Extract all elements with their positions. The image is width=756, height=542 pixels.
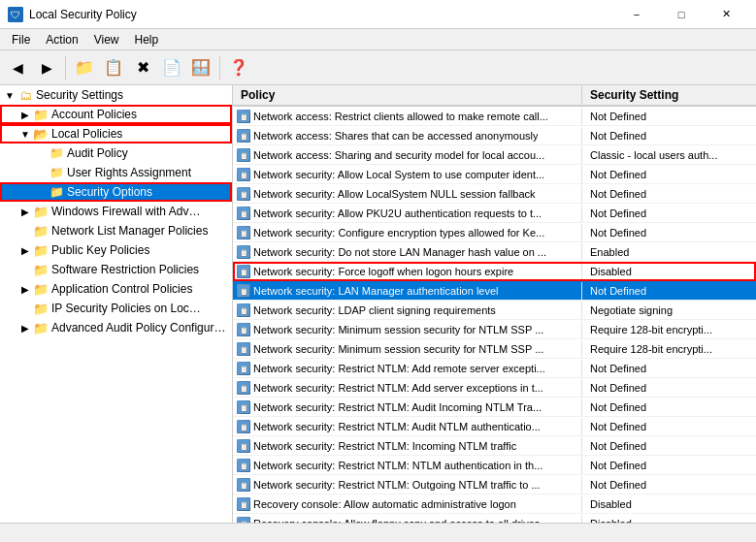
- expand-icon-app-control: ▶: [17, 281, 33, 297]
- back-button[interactable]: ◀: [4, 54, 31, 81]
- forward-button[interactable]: ▶: [33, 54, 60, 81]
- setting-cell: Not Defined: [582, 361, 756, 376]
- table-row[interactable]: 📋Network security: Restrict NTLM: Audit …: [233, 417, 756, 436]
- setting-cell: Not Defined: [582, 206, 756, 221]
- table-row[interactable]: 📋Recovery console: Allow floppy copy and…: [233, 514, 756, 523]
- tree-item-windows-firewall[interactable]: ▶ 📁 Windows Firewall with Advanced Secu.…: [0, 202, 232, 221]
- policy-cell: 📋Network security: Restrict NTLM: Add re…: [233, 360, 582, 377]
- table-row[interactable]: 📋Network security: Allow LocalSystem NUL…: [233, 184, 756, 204]
- folder-icon-account-policies: 📁: [33, 107, 49, 122]
- tree-item-advanced-audit[interactable]: ▶ 📁 Advanced Audit Policy Configuration: [0, 318, 232, 337]
- policy-icon: 📋: [237, 245, 250, 259]
- sidebar: ▼ 🗂 Security Settings ▶ 📁 Account Polici…: [0, 85, 233, 523]
- column-headers: Policy Security Setting: [233, 85, 756, 107]
- table-row[interactable]: 📋Network access: Shares that can be acce…: [233, 126, 756, 145]
- new-window-button[interactable]: 🪟: [187, 54, 214, 81]
- policy-cell: 📋Network security: Allow PKU2U authentic…: [233, 205, 582, 222]
- tree-item-ip-security[interactable]: 📁 IP Security Policies on Local Compute.…: [0, 299, 232, 318]
- policy-text: Network access: Shares that can be acces…: [253, 130, 538, 142]
- tree-label-account-policies: Account Policies: [51, 108, 137, 121]
- svg-text:📋: 📋: [240, 248, 248, 257]
- policy-icon: 📋: [237, 148, 250, 162]
- policy-icon: 📋: [237, 265, 250, 278]
- tree-item-account-policies[interactable]: ▶ 📁 Account Policies: [0, 105, 232, 124]
- tree-item-software-restriction[interactable]: 📁 Software Restriction Policies: [0, 260, 232, 279]
- table-row[interactable]: 📋Network security: Restrict NTLM: Add se…: [233, 378, 756, 398]
- policy-text: Network security: Minimum session securi…: [253, 324, 543, 335]
- policy-text: Network security: Do not store LAN Manag…: [253, 246, 546, 258]
- expand-icon-audit-policy: [33, 145, 49, 161]
- menu-action[interactable]: Action: [38, 31, 85, 48]
- svg-text:📋: 📋: [240, 132, 248, 141]
- policy-cell: 📋Network security: Restrict NTLM: Outgoi…: [233, 476, 582, 494]
- properties-button[interactable]: 📄: [158, 54, 185, 81]
- policy-column-header: Policy: [233, 86, 582, 104]
- status-bar: [0, 523, 756, 542]
- copy-button[interactable]: 📋: [100, 54, 127, 81]
- tree-label-ip-security: IP Security Policies on Local Compute...: [51, 302, 202, 315]
- table-row[interactable]: 📋Network security: Configure encryption …: [233, 223, 756, 242]
- policy-icon: 📋: [237, 400, 250, 414]
- tree-item-network-list[interactable]: 📁 Network List Manager Policies: [0, 221, 232, 240]
- policy-text: Network security: Restrict NTLM: Audit I…: [253, 401, 542, 413]
- table-row[interactable]: 📋Network security: Restrict NTLM: Incomi…: [233, 436, 756, 456]
- policy-text: Network security: LAN Manager authentica…: [253, 285, 499, 297]
- folder-button[interactable]: 📁: [71, 54, 98, 81]
- expand-icon-user-rights: [33, 165, 49, 180]
- menu-help[interactable]: Help: [127, 31, 167, 48]
- setting-cell: Negotiate signing: [582, 303, 756, 318]
- menu-view[interactable]: View: [86, 31, 127, 48]
- policy-icon: 📋: [237, 439, 250, 453]
- table-row[interactable]: 📋Network security: Allow PKU2U authentic…: [233, 204, 756, 223]
- tree-item-user-rights[interactable]: 📁 User Rights Assignment: [0, 163, 232, 182]
- table-row[interactable]: 📋Network security: Force logoff when log…: [233, 262, 756, 281]
- close-button[interactable]: ✕: [704, 0, 748, 29]
- expand-icon-network-list: [17, 223, 33, 239]
- tree-item-public-key[interactable]: ▶ 📁 Public Key Policies: [0, 240, 232, 260]
- table-row[interactable]: 📋Network security: Allow Local System to…: [233, 165, 756, 184]
- expand-icon-advanced-audit: ▶: [17, 320, 33, 335]
- table-row[interactable]: 📋Network security: LDAP client signing r…: [233, 301, 756, 320]
- table-row[interactable]: 📋Network security: LAN Manager authentic…: [233, 281, 756, 301]
- window-title: Local Security Policy: [29, 8, 137, 21]
- policy-cell: 📋Recovery console: Allow automatic admin…: [233, 495, 582, 513]
- policy-cell: 📋Recovery console: Allow floppy copy and…: [233, 515, 582, 524]
- table-row[interactable]: 📋Network security: Restrict NTLM: Audit …: [233, 398, 756, 417]
- table-row[interactable]: 📋Network access: Sharing and security mo…: [233, 145, 756, 165]
- tree-label-local-policies: Local Policies: [51, 127, 122, 141]
- svg-text:📋: 📋: [240, 500, 248, 509]
- policy-icon: 📋: [237, 207, 250, 220]
- table-row[interactable]: 📋Recovery console: Allow automatic admin…: [233, 494, 756, 514]
- toolbar-separator-1: [65, 56, 66, 80]
- svg-text:📋: 📋: [240, 326, 248, 335]
- setting-cell: Disabled: [582, 496, 756, 512]
- table-row[interactable]: 📋Network security: Minimum session secur…: [233, 320, 756, 339]
- tree-item-audit-policy[interactable]: 📁 Audit Policy: [0, 143, 232, 163]
- svg-text:📋: 📋: [240, 287, 248, 296]
- delete-button[interactable]: ✖: [129, 54, 156, 81]
- tree-item-app-control[interactable]: ▶ 📁 Application Control Policies: [0, 279, 232, 299]
- tree-item-security-options[interactable]: 📁 Security Options: [0, 182, 232, 202]
- table-row[interactable]: 📋Network access: Restrict clients allowe…: [233, 107, 756, 126]
- folder-icon-windows-firewall: 📁: [33, 204, 49, 219]
- table-row[interactable]: 📋Network security: Minimum session secur…: [233, 339, 756, 359]
- maximize-button[interactable]: □: [659, 0, 704, 29]
- menu-file[interactable]: File: [4, 31, 38, 48]
- help-button[interactable]: ❓: [225, 54, 252, 81]
- policy-text: Network security: Minimum session securi…: [253, 343, 543, 355]
- policy-text: Network security: Allow PKU2U authentica…: [253, 207, 542, 219]
- table-row[interactable]: 📋Network security: Restrict NTLM: Add re…: [233, 359, 756, 378]
- folder-icon-local-policies: 📂: [33, 126, 49, 142]
- svg-text:📋: 📋: [240, 403, 248, 412]
- table-row[interactable]: 📋Network security: Do not store LAN Mana…: [233, 242, 756, 262]
- minimize-button[interactable]: −: [614, 0, 659, 29]
- expand-icon-local-policies: ▼: [17, 126, 33, 142]
- table-row[interactable]: 📋Network security: Restrict NTLM: Outgoi…: [233, 475, 756, 494]
- tree-item-local-policies[interactable]: ▼ 📂 Local Policies: [0, 124, 232, 143]
- setting-cell: Not Defined: [582, 225, 756, 240]
- policy-cell: 📋Network access: Restrict clients allowe…: [233, 108, 582, 125]
- tree-item-security-settings[interactable]: ▼ 🗂 Security Settings: [0, 85, 232, 105]
- setting-cell: Not Defined: [582, 128, 756, 143]
- expand-icon-security-settings: ▼: [2, 87, 17, 103]
- table-row[interactable]: 📋Network security: Restrict NTLM: NTLM a…: [233, 456, 756, 475]
